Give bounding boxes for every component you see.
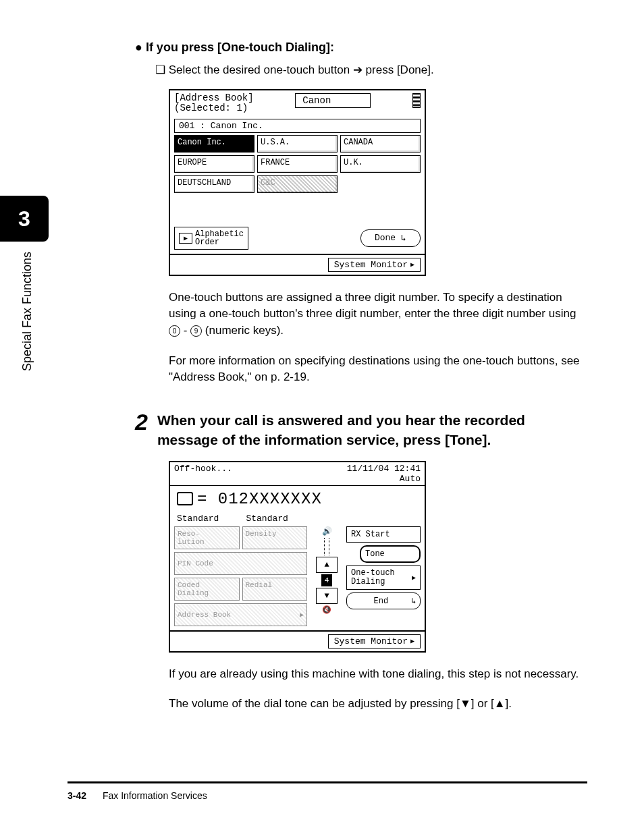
- numeric-key-9-icon: 9: [190, 325, 202, 337]
- left-button-column: Reso- lution Density PIN Code Coded Dial…: [174, 526, 307, 626]
- auto-label: Auto: [400, 474, 421, 484]
- step-2: 2 When your call is answered and you hea…: [135, 410, 587, 450]
- standard-1: Standard: [177, 514, 219, 524]
- numeric-key-0-icon: 0: [169, 325, 180, 337]
- page-footer: 3-42 Fax Information Services: [68, 790, 207, 801]
- step-heading: When your call is answered and you hear …: [157, 410, 587, 450]
- volume-up-button[interactable]: ▲: [316, 557, 338, 573]
- density-button[interactable]: Density: [242, 526, 308, 549]
- rx-start-button[interactable]: RX Start: [346, 526, 421, 543]
- offhook-label: Off-hook...: [174, 464, 232, 484]
- paragraph-3: If you are already using this machine wi…: [169, 666, 587, 683]
- one-touch-button[interactable]: EUROPE: [174, 155, 254, 173]
- redial-button[interactable]: Redial: [242, 578, 308, 601]
- chevron-right-icon: ▶: [412, 574, 416, 582]
- alpha-label: Alphabetic Order: [195, 230, 244, 246]
- footer-rule: [68, 781, 587, 783]
- speaker-mute-icon: 🔇: [322, 605, 331, 614]
- chapter-number: 3: [18, 206, 30, 231]
- resolution-button[interactable]: Reso- lution: [174, 526, 240, 549]
- standard-2: Standard: [246, 514, 288, 524]
- paragraph-1: One-touch buttons are assigned a three d…: [169, 289, 587, 339]
- page-number: 3-42: [68, 790, 86, 801]
- one-touch-grid: Canon Inc. U.S.A. CANADA EUROPE FRANCE U…: [170, 135, 425, 196]
- one-touch-button[interactable]: U.K.: [340, 155, 421, 173]
- pin-code-button[interactable]: PIN Code: [174, 552, 307, 575]
- one-touch-button[interactable]: U.S.A.: [257, 135, 338, 153]
- done-label: Done: [375, 233, 396, 243]
- para4-mid: ] or [: [471, 697, 494, 710]
- return-icon: ↲: [411, 596, 416, 606]
- off-hook-screen: Off-hook... 11/11/04 12:41 Auto = 012XXX…: [169, 461, 426, 653]
- play-icon: ▶: [179, 233, 192, 244]
- dial-display: = 012XXXXXXX: [170, 486, 425, 512]
- instruction-line: Select the desired one-touch button ➔ pr…: [155, 63, 587, 77]
- paragraph-2: For more information on specifying desti…: [169, 353, 587, 386]
- end-label: End: [374, 597, 389, 606]
- system-monitor-button[interactable]: System Monitor ▶: [328, 634, 421, 648]
- down-triangle-icon: ▼: [460, 697, 471, 710]
- para4-post: ].: [506, 697, 512, 710]
- address-book-button[interactable]: Address Book ▶: [174, 603, 307, 626]
- coded-dialing-button[interactable]: Coded Dialing: [174, 578, 240, 601]
- right-button-column: RX Start Tone One-touch Dialing ▶ End ↲: [346, 526, 421, 626]
- one-touch-button[interactable]: CANADA: [340, 135, 421, 153]
- speaker-icon: 🔊: [322, 526, 332, 536]
- instruction-text-pre: Select the desired one-touch button: [169, 63, 353, 76]
- address-book-title: [Address Book] (Selected: 1): [174, 93, 254, 114]
- datetime-label: 11/11/04 12:41: [347, 464, 421, 474]
- end-button[interactable]: End ↲: [346, 592, 421, 609]
- chevron-right-icon: ▶: [410, 637, 414, 645]
- one-touch-button[interactable]: DEUTSCHLAND: [174, 175, 254, 193]
- volume-level: 4: [321, 574, 332, 586]
- phone-icon: [177, 492, 193, 505]
- standard-row: Standard Standard: [170, 512, 425, 525]
- chevron-right-icon: ▶: [300, 611, 304, 619]
- para1-mid: -: [180, 324, 190, 337]
- chapter-number-box: 3: [0, 196, 49, 242]
- chevron-right-icon: ▶: [410, 260, 414, 269]
- arrow-right-icon: ➔: [353, 63, 363, 76]
- sysmon-label: System Monitor: [334, 260, 408, 270]
- para4-pre: The volume of the dial tone can be adjus…: [169, 697, 460, 710]
- para1-text: One-touch buttons are assigned a three d…: [169, 291, 576, 321]
- address-book-screen: [Address Book] (Selected: 1) Canon 001 :…: [169, 89, 426, 276]
- one-touch-dialing-button[interactable]: One-touch Dialing ▶: [346, 565, 421, 590]
- volume-down-button[interactable]: ▼: [316, 588, 338, 604]
- one-touch-button[interactable]: FRANCE: [257, 155, 338, 173]
- selected-entry-row: 001 : Canon Inc.: [174, 119, 421, 133]
- dial-number: = 012XXXXXXX: [197, 490, 322, 508]
- para1-end: (numeric keys).: [202, 324, 284, 337]
- footer-title: Fax Information Services: [103, 790, 207, 801]
- tone-button[interactable]: Tone: [360, 545, 421, 563]
- search-input[interactable]: Canon: [295, 93, 371, 108]
- step-number: 2: [135, 410, 148, 450]
- addrbook-label: Address Book: [178, 611, 231, 619]
- paragraph-4: The volume of the dial tone can be adjus…: [169, 696, 587, 713]
- one-touch-button[interactable]: C&C: [257, 175, 338, 193]
- scroll-up-icon[interactable]: [412, 93, 421, 108]
- alphabetic-order-button[interactable]: ▶ Alphabetic Order: [174, 227, 248, 250]
- chapter-label: Special Fax Functions: [20, 252, 34, 371]
- up-triangle-icon: ▲: [494, 697, 506, 710]
- one-touch-button[interactable]: Canon Inc.: [174, 135, 254, 153]
- volume-slider-top: [324, 538, 329, 555]
- sysmon-label: System Monitor: [334, 636, 408, 646]
- system-monitor-button[interactable]: System Monitor ▶: [328, 258, 421, 272]
- return-icon: ↲: [401, 233, 406, 244]
- volume-column: 🔊 ▲ 4 ▼ 🔇: [311, 526, 342, 626]
- ab-title-line2: (Selected: 1): [174, 103, 254, 113]
- chapter-side-tab: 3 Special Fax Functions: [0, 196, 49, 378]
- done-button[interactable]: Done ↲: [360, 229, 421, 247]
- instruction-text-post: press [Done].: [363, 63, 434, 76]
- section-heading: If you press [One-touch Dialing]:: [135, 40, 587, 55]
- ab-title-line1: [Address Book]: [174, 93, 254, 103]
- onetouch-label: One-touch Dialing: [351, 569, 395, 586]
